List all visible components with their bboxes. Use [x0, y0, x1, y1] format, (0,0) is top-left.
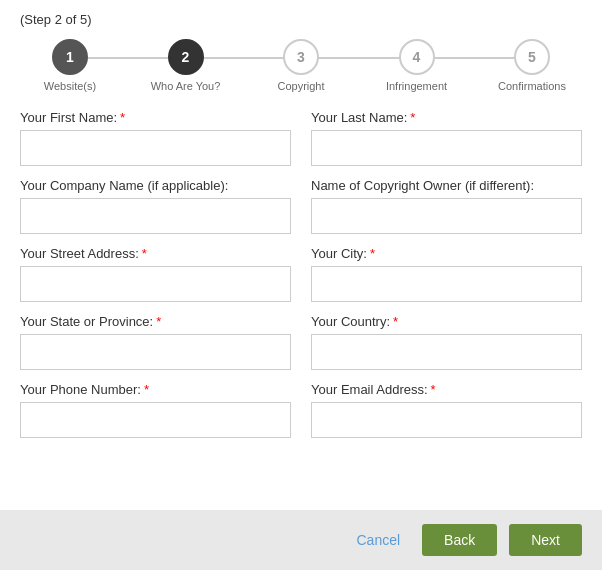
next-button[interactable]: Next: [509, 524, 582, 556]
input-country[interactable]: [311, 334, 582, 370]
form-group-first-name: Your First Name:*: [20, 110, 291, 166]
label-state: Your State or Province:*: [20, 314, 291, 329]
input-street[interactable]: [20, 266, 291, 302]
step-item-5: 5 Confirmations: [482, 39, 582, 92]
step-label-2: Who Are You?: [151, 80, 221, 92]
input-last-name[interactable]: [311, 130, 582, 166]
step-indicator: (Step 2 of 5): [20, 12, 582, 27]
input-email[interactable]: [311, 402, 582, 438]
label-city: Your City:*: [311, 246, 582, 261]
step-label-5: Confirmations: [498, 80, 566, 92]
form-grid: Your First Name:* Your Last Name:* Your …: [20, 110, 582, 438]
form-group-country: Your Country:*: [311, 314, 582, 370]
form-group-phone: Your Phone Number:*: [20, 382, 291, 438]
step-item-3: 3 Copyright: [251, 39, 351, 92]
required-star-first-name: *: [120, 110, 125, 125]
required-star-last-name: *: [410, 110, 415, 125]
step-item-1: 1 Website(s): [20, 39, 120, 92]
label-company: Your Company Name (if applicable):: [20, 178, 291, 193]
step-item-2: 2 Who Are You?: [136, 39, 236, 92]
back-button[interactable]: Back: [422, 524, 497, 556]
label-first-name: Your First Name:*: [20, 110, 291, 125]
input-company[interactable]: [20, 198, 291, 234]
step-item-4: 4 Infringement: [367, 39, 467, 92]
step-label-3: Copyright: [277, 80, 324, 92]
step-label-4: Infringement: [386, 80, 447, 92]
label-copyright-owner: Name of Copyright Owner (if different):: [311, 178, 582, 193]
step-circle-3: 3: [283, 39, 319, 75]
input-state[interactable]: [20, 334, 291, 370]
input-copyright-owner[interactable]: [311, 198, 582, 234]
required-star-city: *: [370, 246, 375, 261]
label-email: Your Email Address:*: [311, 382, 582, 397]
input-phone[interactable]: [20, 402, 291, 438]
step-circle-1: 1: [52, 39, 88, 75]
form-group-street: Your Street Address:*: [20, 246, 291, 302]
form-group-last-name: Your Last Name:*: [311, 110, 582, 166]
label-phone: Your Phone Number:*: [20, 382, 291, 397]
required-star-email: *: [431, 382, 436, 397]
label-country: Your Country:*: [311, 314, 582, 329]
step-circle-5: 5: [514, 39, 550, 75]
form-group-copyright-owner: Name of Copyright Owner (if different):: [311, 178, 582, 234]
step-circle-4: 4: [399, 39, 435, 75]
required-star-phone: *: [144, 382, 149, 397]
step-label-1: Website(s): [44, 80, 96, 92]
required-star-country: *: [393, 314, 398, 329]
stepper: 1 Website(s) 2 Who Are You? 3 Copyright …: [20, 39, 582, 92]
label-last-name: Your Last Name:*: [311, 110, 582, 125]
label-street: Your Street Address:*: [20, 246, 291, 261]
input-city[interactable]: [311, 266, 582, 302]
input-first-name[interactable]: [20, 130, 291, 166]
form-group-city: Your City:*: [311, 246, 582, 302]
footer-bar: Cancel Back Next: [0, 510, 602, 570]
step-circle-2: 2: [168, 39, 204, 75]
required-star-street: *: [142, 246, 147, 261]
required-star-state: *: [156, 314, 161, 329]
cancel-button[interactable]: Cancel: [346, 526, 410, 554]
form-group-company: Your Company Name (if applicable):: [20, 178, 291, 234]
main-container: (Step 2 of 5) 1 Website(s) 2 Who Are You…: [0, 0, 602, 510]
form-group-email: Your Email Address:*: [311, 382, 582, 438]
form-group-state: Your State or Province:*: [20, 314, 291, 370]
